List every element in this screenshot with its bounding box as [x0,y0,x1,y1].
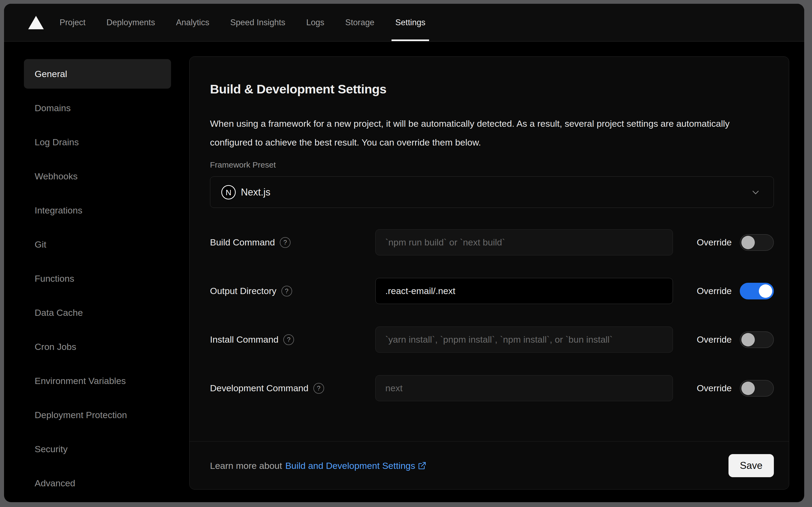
sidebar-item-label: Log Drains [35,137,79,148]
app-window: Project Deployments Analytics Speed Insi… [4,4,804,502]
help-icon[interactable]: ? [281,286,292,296]
output-directory-input[interactable] [375,278,673,304]
card-footer: Learn more about Build and Development S… [189,441,789,490]
active-tab-underline [392,40,429,41]
install-command-input[interactable] [375,327,673,353]
sidebar-item-label: Functions [35,273,74,284]
sidebar-item-label: Integrations [35,205,82,216]
tab-speed-insights[interactable]: Speed Insights [230,4,285,41]
sidebar-item-log-drains[interactable]: Log Drains [24,127,171,157]
sidebar-item-label: Security [35,444,68,454]
page-title: Build & Development Settings [210,81,774,97]
output-directory-override-toggle[interactable] [740,283,774,299]
svg-text:N: N [226,188,231,196]
nextjs-logo-icon: N [221,185,236,200]
sidebar-item-advanced[interactable]: Advanced [24,468,171,498]
install-command-override-toggle[interactable] [740,331,774,348]
build-command-label: Build Command [210,237,275,247]
sidebar-item-functions[interactable]: Functions [24,264,171,293]
section-description: When using a framework for a new project… [210,114,755,152]
sidebar-item-label: Deployment Protection [35,410,127,420]
sidebar-item-integrations[interactable]: Integrations [24,195,171,225]
install-command-row: Install Command ? Override [210,327,774,353]
command-rows: Build Command ? Override Output Director… [210,229,774,401]
tab-settings[interactable]: Settings [395,4,425,41]
tab-deployments[interactable]: Deployments [106,4,155,41]
toggle-knob [759,284,772,298]
build-command-override-toggle[interactable] [740,234,774,251]
help-icon[interactable]: ? [283,334,294,345]
framework-preset-select[interactable]: N Next.js [210,176,774,208]
toggle-knob [741,236,755,249]
sidebar-item-git[interactable]: Git [24,230,171,259]
override-label: Override [697,286,732,296]
sidebar-item-label: Domains [35,103,71,113]
build-command-input[interactable] [375,229,673,256]
sidebar-item-data-cache[interactable]: Data Cache [24,298,171,327]
build-settings-card: Build & Development Settings When using … [189,56,789,490]
tab-label: Settings [395,18,425,27]
help-icon[interactable]: ? [280,237,291,248]
sidebar-item-label: General [35,69,67,79]
vercel-logo-icon[interactable] [28,16,44,29]
build-settings-docs-link[interactable]: Build and Development Settings [285,460,426,471]
tab-storage[interactable]: Storage [345,4,374,41]
footer-text: Learn more about [210,460,282,471]
help-icon[interactable]: ? [313,383,324,394]
tab-label: Deployments [106,18,155,27]
external-link-icon [418,461,426,470]
sidebar-item-webhooks[interactable]: Webhooks [24,161,171,191]
tab-label: Project [60,18,85,27]
tab-label: Storage [345,18,374,27]
development-command-override-toggle[interactable] [740,380,774,397]
sidebar-item-domains[interactable]: Domains [24,93,171,123]
build-command-row: Build Command ? Override [210,229,774,256]
development-command-input[interactable] [375,375,673,401]
sidebar-item-security[interactable]: Security [24,434,171,464]
tab-label: Logs [306,18,325,27]
chevron-down-icon [751,188,760,197]
sidebar-item-label: Advanced [35,478,75,489]
output-directory-row: Output Directory ? Override [210,278,774,304]
override-label: Override [697,237,732,247]
nav-tabs: Project Deployments Analytics Speed Insi… [60,4,425,41]
tab-analytics[interactable]: Analytics [176,4,209,41]
top-nav: Project Deployments Analytics Speed Insi… [4,4,804,42]
tab-project[interactable]: Project [60,4,85,41]
sidebar-item-label: Git [35,239,46,250]
tab-label: Analytics [176,18,209,27]
sidebar-item-general[interactable]: General [24,59,171,89]
output-directory-label: Output Directory [210,286,277,296]
sidebar-item-deployment-protection[interactable]: Deployment Protection [24,400,171,430]
install-command-label: Install Command [210,334,279,345]
development-command-label: Development Command [210,383,308,393]
settings-sidebar: General Domains Log Drains Webhooks Inte… [24,59,171,502]
sidebar-item-label: Webhooks [35,171,77,181]
framework-preset-label: Framework Preset [210,160,774,169]
sidebar-item-label: Environment Variables [35,376,126,386]
sidebar-item-label: Cron Jobs [35,342,76,352]
sidebar-item-environment-variables[interactable]: Environment Variables [24,366,171,396]
framework-preset-value: Next.js [241,187,751,198]
override-label: Override [697,383,732,393]
development-command-row: Development Command ? Override [210,375,774,401]
toggle-knob [741,382,755,395]
footer-link-label: Build and Development Settings [285,460,415,471]
sidebar-item-cron-jobs[interactable]: Cron Jobs [24,332,171,361]
save-button[interactable]: Save [729,454,774,477]
tab-label: Speed Insights [230,18,285,27]
toggle-knob [741,333,755,346]
tab-logs[interactable]: Logs [306,4,325,41]
override-label: Override [697,334,732,345]
sidebar-item-label: Data Cache [35,307,83,318]
